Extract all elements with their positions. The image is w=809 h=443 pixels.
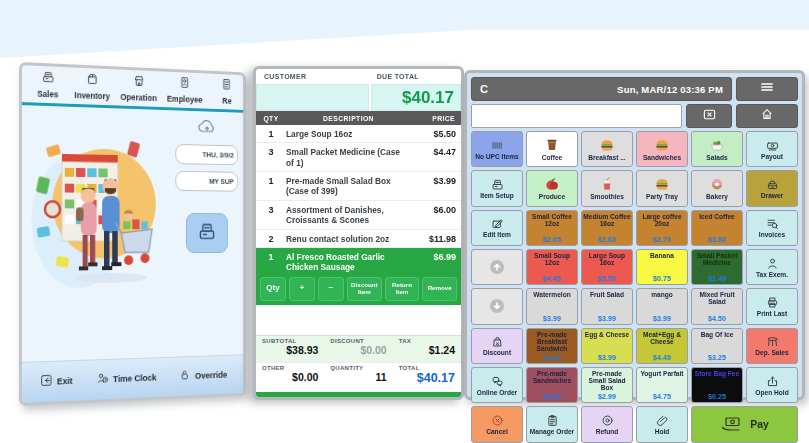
online-order-button[interactable]: Online Order [471,367,523,403]
edit-item-button[interactable]: Edit Item [471,210,523,246]
order-item-row[interactable]: 1Large Soup 16oz$5.50 [256,125,461,143]
store-bag-fee-button[interactable]: Store Bag Fee$0.25 [691,367,743,403]
bag-of-ice-button[interactable]: Bag Of Ice$3.25 [691,328,743,364]
iced-coffee-button[interactable]: Iced Coffee$3.50 [691,210,743,246]
button-price: $2.05 [543,235,561,244]
cancel-button[interactable]: Cancel [471,406,523,442]
refund-button[interactable]: Refund [581,406,633,442]
button-label: Salads [706,154,727,161]
increase-qty-button[interactable]: + [289,277,315,301]
button-label: Sandwiches [643,154,681,161]
button-label: Cancel [486,428,508,435]
selected-item-row[interactable]: 1Al Fresco Roasted Garlic Chicken Sausag… [256,248,461,305]
exit-button[interactable]: Exit [40,372,73,391]
no-upc-items-button[interactable]: No UPC Items [471,131,523,167]
order-item-row[interactable]: 3Small Packet Medicine (Case of 1)$4.47 [256,143,461,172]
return-item-button[interactable]: Return Item [385,277,420,301]
decrease-qty-button[interactable]: − [318,277,344,301]
override-button[interactable]: Override [179,366,227,385]
pre-made-small-salad-box-button[interactable]: Pre-made Small Salad Box$2.99 [581,367,633,403]
scroll-up-button[interactable] [471,249,523,285]
discount-item-button[interactable]: Discount Item [347,277,382,301]
home-button[interactable] [736,104,798,128]
remove-button[interactable]: Remove [422,277,457,301]
business-date-button[interactable]: THU, 3/9/2 [175,144,238,165]
description-column-header: DESCRIPTION [286,115,411,122]
time-clock-button[interactable]: Time Clock [96,369,156,389]
smoothies-button[interactable]: Smoothies [581,170,633,206]
mango-button[interactable]: mango$3.99 [636,288,688,324]
item-price: $4.47 [412,147,461,168]
button-label: Iced Coffee [699,213,735,220]
invoices-button[interactable]: Invoices [746,210,798,246]
discount-button[interactable]: Discount [471,328,523,364]
pre-made-breakfast-sandwich-button[interactable]: Pre-made Breakfast Sandwich$4.49 [526,328,578,364]
button-label: Item Setup [480,192,514,199]
print-last-button[interactable]: Print Last [746,288,798,324]
clear-search-button[interactable] [686,104,732,128]
button-label: Tax Exem. [756,271,788,278]
store-name-button[interactable]: MY SUP [175,171,238,192]
drawer-button[interactable]: Drawer [746,170,798,206]
tab-re[interactable]: Re [212,77,241,107]
customer-field[interactable] [256,84,369,111]
tab-operation[interactable]: Operation [120,73,156,104]
price-column-header: PRICE [411,115,461,122]
main-menu-window: SalesInventoryOperationEmployeeRe [19,62,246,406]
button-price: $0.25 [708,392,726,401]
receipt-summary-row1: SUBTOTAL $38.93 DISCOUNT $0.00 TAX $1.24 [256,335,461,362]
order-item-row[interactable]: 2Renu contact solution 2oz$11.98 [256,230,461,248]
manage-order-button[interactable]: Manage Order [526,406,578,442]
tab-sales[interactable]: Sales [32,69,64,100]
menu-button[interactable] [736,77,798,101]
menu-icon [759,79,775,99]
qty-button[interactable]: Qty [260,277,286,301]
small-coffee-12oz-button[interactable]: Small Coffee 12oz$2.05 [526,210,578,246]
scroll-down-button[interactable] [471,288,523,324]
tax-exem-button[interactable]: Tax Exem. [746,249,798,285]
watermelon-button[interactable]: Watermelon$3.99 [526,288,578,324]
pre-made-sandwiches-button[interactable]: Pre-made Sandwiches$5.49 [526,367,578,403]
party-tray-button[interactable]: Party Tray [636,170,688,206]
open-hold-button[interactable]: Open Hold [746,367,798,403]
yogurt-parfait-button[interactable]: Yogurt Parfait$4.75 [636,367,688,403]
produce-button[interactable]: Produce [526,170,578,206]
order-item-row[interactable]: 1Pre-made Small Salad Box (Case of 399)$… [256,172,461,201]
large-coffee-20oz-button[interactable]: Large coffee 20oz$2.79 [636,210,688,246]
order-receipt-window: CUSTOMER DUE TOTAL $40.17 QTY DESCRIPTIO… [253,66,464,400]
button-price: $3.99 [598,314,616,323]
button-label: Small Packet Medicine [693,252,741,266]
button-label: Dep. Sales [755,349,788,356]
dep-sales-button[interactable]: Dep. Sales [746,328,798,364]
pay-button[interactable]: Pay [691,406,798,442]
meat-egg-cheese-button[interactable]: Meat+Egg & Cheese$4.49 [636,328,688,364]
cancel-icon [491,414,504,427]
sandwiches-button[interactable]: Sandwiches [636,131,688,167]
fruit-salad-button[interactable]: Fruit Salad$3.99 [581,288,633,324]
bakery-button[interactable]: Bakery [691,170,743,206]
pay-icon [720,416,742,432]
register-window: C Sun, MAR/12 03:36 PM No UPC ItemsCoffe… [464,70,805,400]
open-register-button[interactable] [186,213,228,253]
egg-cheese-button[interactable]: Egg & Cheese$3.99 [581,328,633,364]
breakfast-button[interactable]: Breakfast ... [581,131,633,167]
arrow-down-icon [489,298,505,314]
tab-employee[interactable]: Employee [167,75,202,105]
salads-button[interactable]: Salads [691,131,743,167]
banana-button[interactable]: Banana$0.75 [636,249,688,285]
item-setup-button[interactable]: Item Setup [471,170,523,206]
large-soup-16oz-button[interactable]: Large Soup 16oz$5.50 [581,249,633,285]
tab-inventory[interactable]: Inventory [75,70,111,101]
small-soup-12oz-button[interactable]: Small Soup 12oz$4.45 [526,249,578,285]
coffee-button[interactable]: Coffee [526,131,578,167]
item-qty: 1 [256,252,286,273]
order-item-row[interactable]: 3Assortment of Danishes, Croissants & Sc… [256,201,461,230]
mixed-fruit-salad-button[interactable]: Mixed Fruit Salad$4.50 [691,288,743,324]
small-packet-medicine-button[interactable]: Small Packet Medicine$1.49 [691,249,743,285]
register-searchbar [471,104,798,128]
search-input[interactable] [471,104,682,128]
hold-button[interactable]: Hold [636,406,688,442]
payout-button[interactable]: Payout [746,131,798,167]
medium-coffee-16oz-button[interactable]: Medium Coffee 16oz$2.65 [581,210,633,246]
payout-icon [766,139,779,152]
